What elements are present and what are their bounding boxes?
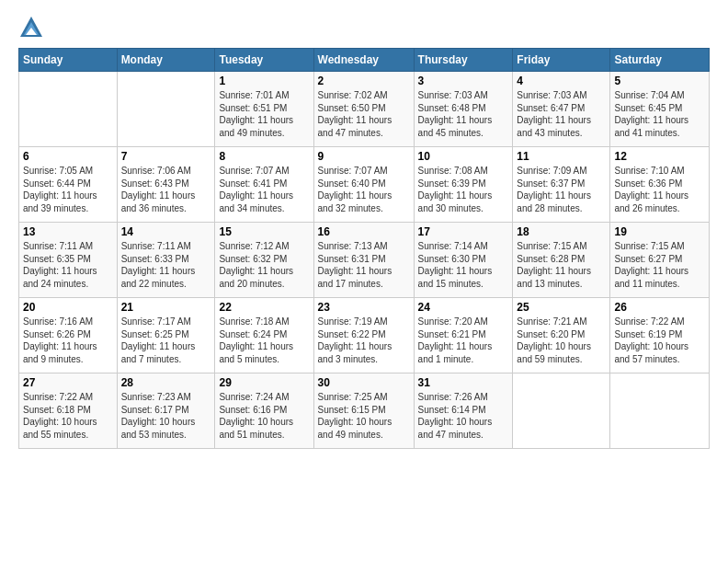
logo — [18, 15, 48, 40]
day-number: 8 — [219, 150, 309, 163]
header-cell-saturday: Saturday — [610, 49, 710, 72]
day-number: 17 — [418, 225, 509, 238]
day-number: 18 — [517, 225, 606, 238]
day-cell: 22Sunrise: 7:18 AM Sunset: 6:24 PM Dayli… — [215, 298, 313, 373]
day-cell: 20Sunrise: 7:16 AM Sunset: 6:26 PM Dayli… — [19, 298, 118, 373]
day-cell: 7Sunrise: 7:06 AM Sunset: 6:43 PM Daylig… — [117, 147, 215, 223]
day-info: Sunrise: 7:03 AM Sunset: 6:47 PM Dayligh… — [517, 89, 606, 139]
day-info: Sunrise: 7:13 AM Sunset: 6:31 PM Dayligh… — [318, 240, 410, 290]
day-info: Sunrise: 7:01 AM Sunset: 6:51 PM Dayligh… — [219, 89, 309, 139]
day-number: 7 — [121, 150, 211, 163]
header-cell-friday: Friday — [513, 49, 610, 72]
day-info: Sunrise: 7:17 AM Sunset: 6:25 PM Dayligh… — [121, 316, 211, 365]
header-row: SundayMondayTuesdayWednesdayThursdayFrid… — [19, 49, 710, 72]
week-row-4: 20Sunrise: 7:16 AM Sunset: 6:26 PM Dayli… — [19, 298, 710, 373]
calendar: SundayMondayTuesdayWednesdayThursdayFrid… — [18, 48, 710, 449]
day-info: Sunrise: 7:05 AM Sunset: 6:44 PM Dayligh… — [23, 165, 113, 214]
day-number: 9 — [318, 150, 410, 163]
header-cell-tuesday: Tuesday — [215, 49, 313, 72]
day-number: 14 — [121, 225, 211, 238]
day-cell: 10Sunrise: 7:08 AM Sunset: 6:39 PM Dayli… — [414, 147, 513, 223]
day-info: Sunrise: 7:06 AM Sunset: 6:43 PM Dayligh… — [121, 165, 211, 214]
day-info: Sunrise: 7:02 AM Sunset: 6:50 PM Dayligh… — [318, 89, 410, 139]
day-number: 23 — [318, 301, 410, 314]
day-info: Sunrise: 7:18 AM Sunset: 6:24 PM Dayligh… — [219, 316, 309, 365]
day-cell: 26Sunrise: 7:22 AM Sunset: 6:19 PM Dayli… — [610, 298, 710, 373]
calendar-body: 1Sunrise: 7:01 AM Sunset: 6:51 PM Daylig… — [19, 72, 710, 449]
header-cell-monday: Monday — [117, 49, 215, 72]
header-cell-wednesday: Wednesday — [313, 49, 414, 72]
week-row-5: 27Sunrise: 7:22 AM Sunset: 6:18 PM Dayli… — [19, 373, 710, 449]
day-info: Sunrise: 7:11 AM Sunset: 6:35 PM Dayligh… — [23, 240, 113, 290]
calendar-header: SundayMondayTuesdayWednesdayThursdayFrid… — [19, 49, 710, 72]
day-number: 6 — [23, 150, 113, 163]
day-cell — [513, 373, 610, 449]
day-number: 15 — [219, 225, 309, 238]
day-number: 12 — [614, 150, 705, 163]
day-info: Sunrise: 7:07 AM Sunset: 6:41 PM Dayligh… — [219, 165, 309, 214]
day-cell: 4Sunrise: 7:03 AM Sunset: 6:47 PM Daylig… — [513, 72, 610, 147]
day-number: 19 — [614, 225, 705, 238]
day-cell: 2Sunrise: 7:02 AM Sunset: 6:50 PM Daylig… — [313, 72, 414, 147]
day-cell — [19, 72, 118, 147]
day-cell: 17Sunrise: 7:14 AM Sunset: 6:30 PM Dayli… — [414, 223, 513, 298]
day-cell: 25Sunrise: 7:21 AM Sunset: 6:20 PM Dayli… — [513, 298, 610, 373]
day-info: Sunrise: 7:11 AM Sunset: 6:33 PM Dayligh… — [121, 240, 211, 290]
day-cell: 15Sunrise: 7:12 AM Sunset: 6:32 PM Dayli… — [215, 223, 313, 298]
day-number: 13 — [23, 225, 113, 238]
day-cell: 21Sunrise: 7:17 AM Sunset: 6:25 PM Dayli… — [117, 298, 215, 373]
day-cell: 27Sunrise: 7:22 AM Sunset: 6:18 PM Dayli… — [19, 373, 118, 449]
day-cell — [610, 373, 710, 449]
day-cell: 11Sunrise: 7:09 AM Sunset: 6:37 PM Dayli… — [513, 147, 610, 223]
day-info: Sunrise: 7:15 AM Sunset: 6:28 PM Dayligh… — [517, 240, 606, 290]
day-number: 31 — [418, 376, 509, 389]
day-number: 22 — [219, 301, 309, 314]
day-number: 5 — [614, 75, 705, 87]
week-row-3: 13Sunrise: 7:11 AM Sunset: 6:35 PM Dayli… — [19, 223, 710, 298]
day-number: 1 — [219, 75, 309, 87]
header-cell-sunday: Sunday — [19, 49, 118, 72]
week-row-1: 1Sunrise: 7:01 AM Sunset: 6:51 PM Daylig… — [19, 72, 710, 147]
day-cell: 5Sunrise: 7:04 AM Sunset: 6:45 PM Daylig… — [610, 72, 710, 147]
day-cell: 3Sunrise: 7:03 AM Sunset: 6:48 PM Daylig… — [414, 72, 513, 147]
day-info: Sunrise: 7:19 AM Sunset: 6:22 PM Dayligh… — [318, 316, 410, 365]
day-number: 3 — [418, 75, 509, 87]
day-number: 2 — [318, 75, 410, 87]
day-number: 26 — [614, 301, 705, 314]
day-number: 11 — [517, 150, 606, 163]
day-info: Sunrise: 7:23 AM Sunset: 6:17 PM Dayligh… — [121, 391, 211, 441]
day-cell: 6Sunrise: 7:05 AM Sunset: 6:44 PM Daylig… — [19, 147, 118, 223]
day-number: 30 — [318, 376, 410, 389]
day-info: Sunrise: 7:03 AM Sunset: 6:48 PM Dayligh… — [418, 89, 509, 139]
header-cell-thursday: Thursday — [414, 49, 513, 72]
day-info: Sunrise: 7:24 AM Sunset: 6:16 PM Dayligh… — [219, 391, 309, 441]
day-number: 21 — [121, 301, 211, 314]
day-cell: 29Sunrise: 7:24 AM Sunset: 6:16 PM Dayli… — [215, 373, 313, 449]
day-cell: 13Sunrise: 7:11 AM Sunset: 6:35 PM Dayli… — [19, 223, 118, 298]
day-info: Sunrise: 7:22 AM Sunset: 6:18 PM Dayligh… — [23, 391, 113, 441]
day-info: Sunrise: 7:20 AM Sunset: 6:21 PM Dayligh… — [418, 316, 509, 365]
day-cell: 9Sunrise: 7:07 AM Sunset: 6:40 PM Daylig… — [313, 147, 414, 223]
day-number: 25 — [517, 301, 606, 314]
day-number: 20 — [23, 301, 113, 314]
day-info: Sunrise: 7:08 AM Sunset: 6:39 PM Dayligh… — [418, 165, 509, 214]
day-number: 27 — [23, 376, 113, 389]
day-info: Sunrise: 7:12 AM Sunset: 6:32 PM Dayligh… — [219, 240, 309, 290]
page: SundayMondayTuesdayWednesdayThursdayFrid… — [0, 0, 728, 458]
week-row-2: 6Sunrise: 7:05 AM Sunset: 6:44 PM Daylig… — [19, 147, 710, 223]
day-info: Sunrise: 7:15 AM Sunset: 6:27 PM Dayligh… — [614, 240, 705, 290]
day-cell: 8Sunrise: 7:07 AM Sunset: 6:41 PM Daylig… — [215, 147, 313, 223]
day-cell: 14Sunrise: 7:11 AM Sunset: 6:33 PM Dayli… — [117, 223, 215, 298]
day-info: Sunrise: 7:26 AM Sunset: 6:14 PM Dayligh… — [418, 391, 509, 441]
day-info: Sunrise: 7:21 AM Sunset: 6:20 PM Dayligh… — [517, 316, 606, 365]
day-cell: 31Sunrise: 7:26 AM Sunset: 6:14 PM Dayli… — [414, 373, 513, 449]
day-info: Sunrise: 7:09 AM Sunset: 6:37 PM Dayligh… — [517, 165, 606, 214]
day-cell: 24Sunrise: 7:20 AM Sunset: 6:21 PM Dayli… — [414, 298, 513, 373]
day-info: Sunrise: 7:10 AM Sunset: 6:36 PM Dayligh… — [614, 165, 705, 214]
day-info: Sunrise: 7:22 AM Sunset: 6:19 PM Dayligh… — [614, 316, 705, 365]
day-cell: 19Sunrise: 7:15 AM Sunset: 6:27 PM Dayli… — [610, 223, 710, 298]
day-cell: 18Sunrise: 7:15 AM Sunset: 6:28 PM Dayli… — [513, 223, 610, 298]
day-cell: 28Sunrise: 7:23 AM Sunset: 6:17 PM Dayli… — [117, 373, 215, 449]
day-cell: 30Sunrise: 7:25 AM Sunset: 6:15 PM Dayli… — [313, 373, 414, 449]
day-info: Sunrise: 7:14 AM Sunset: 6:30 PM Dayligh… — [418, 240, 509, 290]
